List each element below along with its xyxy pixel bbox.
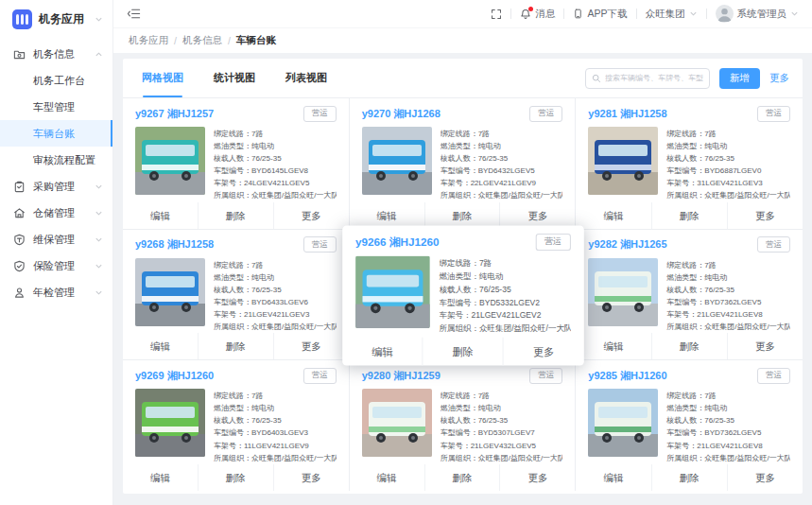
fullscreen-button[interactable] [491, 9, 502, 20]
more-action[interactable]: 更多 [273, 202, 349, 229]
vehicle-title[interactable]: y9269 湘HJ1260 [135, 369, 214, 383]
vehicle-card: y9281 湘HJ1258 营运 绑定线路：7路燃油类型：纯电动核载人数：76/… [576, 98, 803, 230]
vehicle-actions: 编辑 删除 更多 [123, 333, 349, 359]
status-badge: 营运 [535, 233, 570, 250]
sidebar-group-cangchu[interactable]: 仓储管理 [0, 200, 112, 226]
sidebar-group-jiwuxinxi[interactable]: 机务信息 [0, 41, 112, 67]
sidebar-group-label: 维保管理 [33, 233, 95, 247]
field-capacity: 核载人数：76/25-35 [439, 283, 570, 296]
shield-check-icon [13, 260, 26, 272]
field-org: 所属组织：众旺集团/益阳众旺/一大队 [439, 322, 570, 336]
sidebar-group-nianjian[interactable]: 年检管理 [0, 279, 112, 305]
more-action[interactable]: 更多 [503, 337, 583, 365]
field-fuel: 燃油类型：纯电动 [441, 140, 563, 152]
vehicle-title[interactable]: y9285 湘HJ1260 [588, 369, 666, 383]
vehicle-photo [135, 127, 205, 195]
delete-action[interactable]: 删除 [422, 337, 502, 365]
field-route: 绑定线路：7路 [666, 390, 790, 402]
vehicle-title[interactable]: y9268 湘HJ1258 [135, 237, 214, 252]
delete-action[interactable]: 删除 [424, 464, 500, 491]
vehicle-title[interactable]: y9280 湘HJ1259 [362, 369, 441, 383]
notification-dot [528, 7, 533, 11]
sidebar-item-shenhe-liucheng[interactable]: 审核流程配置 [0, 147, 112, 173]
add-button[interactable]: 新增 [719, 68, 760, 89]
tab-list-view[interactable]: 列表视图 [285, 59, 327, 97]
delete-action[interactable]: 删除 [198, 333, 273, 359]
vehicle-title[interactable]: y9281 湘HJ1258 [588, 107, 666, 121]
sidebar-item-label: 审核流程配置 [33, 153, 103, 167]
messages-button[interactable]: 消息 [520, 8, 555, 21]
breadcrumb-item[interactable]: 机务应用 [129, 34, 168, 47]
delete-action[interactable]: 删除 [651, 333, 727, 359]
tenant-selector[interactable]: 众旺集团 [646, 8, 698, 21]
field-model: 车型编号：BYD6145LGEV8 [214, 165, 337, 177]
field-vin: 车架号：11LGEV421LGEV9 [214, 440, 337, 452]
search-input[interactable] [605, 74, 703, 82]
delete-action[interactable]: 删除 [198, 464, 273, 491]
breadcrumb-item[interactable]: 机务信息 [182, 34, 222, 47]
vehicle-card: y9269 湘HJ1260 营运 绑定线路：7路燃油类型：纯电动核载人数：76/… [123, 360, 350, 491]
panel-header: 网格视图 统计视图 列表视图 新增 更多 [123, 59, 803, 98]
status-badge: 营运 [757, 106, 790, 122]
vehicle-fields: 绑定线路：7路燃油类型：纯电动核载人数：76/25-35车型编号：BYD6432… [441, 127, 563, 202]
sidebar-item-chexing-guanli[interactable]: 车型管理 [0, 94, 112, 120]
folder-gear-icon [13, 48, 26, 61]
sidebar-group-weibao[interactable]: 维保管理 [0, 226, 112, 252]
vehicle-title[interactable]: y9270 湘HJ1268 [362, 107, 441, 121]
field-model: 车型编号：BYD7362LGEV5 [666, 427, 790, 439]
vehicle-fields: 绑定线路：7路燃油类型：纯电动核载人数：76/25-35车型编号：BYD7362… [666, 258, 790, 334]
more-action[interactable]: 更多 [273, 464, 349, 491]
vehicle-actions: 编辑 删除 更多 [123, 464, 349, 491]
status-badge: 营运 [757, 368, 790, 384]
sidebar-item-cheliang-taizhang[interactable]: 车辆台账 [0, 120, 112, 147]
more-action[interactable]: 更多 [273, 333, 349, 359]
status-badge: 营运 [303, 236, 337, 252]
tab-grid-view[interactable]: 网格视图 [142, 59, 183, 97]
more-action[interactable]: 更多 [727, 202, 803, 229]
field-capacity: 核载人数：76/25-35 [441, 414, 563, 427]
vehicle-photo [362, 127, 432, 195]
tab-stats-view[interactable]: 统计视图 [214, 59, 255, 97]
more-action[interactable]: 更多 [727, 464, 803, 491]
delete-action[interactable]: 删除 [424, 202, 500, 229]
edit-action[interactable]: 编辑 [350, 202, 424, 229]
delete-action[interactable]: 删除 [651, 202, 727, 229]
app-switcher[interactable]: 机务应用 [0, 0, 112, 38]
field-fuel: 燃油类型：纯电动 [214, 271, 337, 284]
more-action[interactable]: 更多 [499, 464, 575, 491]
edit-action[interactable]: 编辑 [576, 333, 650, 359]
sidebar-group-caigou[interactable]: 采购管理 [0, 173, 112, 200]
delete-action[interactable]: 删除 [198, 202, 273, 229]
edit-action[interactable]: 编辑 [123, 202, 198, 229]
edit-action[interactable]: 编辑 [576, 464, 650, 491]
breadcrumb-current: 车辆台账 [236, 34, 276, 47]
more-action[interactable]: 更多 [727, 333, 803, 359]
status-badge: 营运 [303, 368, 337, 384]
field-model: 车型编号：BYD6433LGEV6 [214, 296, 337, 308]
field-model: 车型编号：BYD6403LGEV3 [214, 427, 337, 439]
vehicle-title[interactable]: y9267 湘HJ1257 [135, 107, 214, 121]
vehicle-title[interactable]: y9266 湘HJ1260 [355, 234, 440, 249]
divider [563, 9, 564, 19]
edit-action[interactable]: 编辑 [350, 464, 424, 491]
vehicle-title[interactable]: y9282 湘HJ1265 [588, 237, 666, 252]
sidebar-collapse-button[interactable] [127, 7, 141, 21]
delete-action[interactable]: 删除 [651, 464, 727, 491]
topbar: 消息 APP下载 众旺集团 系统管理员 [113, 0, 812, 28]
shield-tool-icon [13, 234, 26, 246]
field-vin: 车架号：21LGEV432LGEV5 [441, 440, 563, 452]
toolbar: 新增 更多 [585, 68, 789, 89]
app-download-button[interactable]: APP下载 [573, 8, 627, 21]
user-menu[interactable]: 系统管理员 [716, 5, 800, 23]
sidebar-group-baoxian[interactable]: 保险管理 [0, 252, 112, 279]
more-link[interactable]: 更多 [769, 72, 789, 85]
main-area: 消息 APP下载 众旺集团 系统管理员 [113, 0, 812, 505]
sidebar-group-label: 保险管理 [33, 259, 95, 273]
field-vin: 车架号：21LGEV421LGEV8 [666, 440, 790, 452]
edit-action[interactable]: 编辑 [576, 202, 650, 229]
more-action[interactable]: 更多 [499, 202, 575, 229]
edit-action[interactable]: 编辑 [342, 337, 422, 365]
sidebar-item-jiwu-gongzuotai[interactable]: 机务工作台 [0, 67, 112, 94]
edit-action[interactable]: 编辑 [123, 464, 198, 491]
edit-action[interactable]: 编辑 [123, 333, 198, 359]
